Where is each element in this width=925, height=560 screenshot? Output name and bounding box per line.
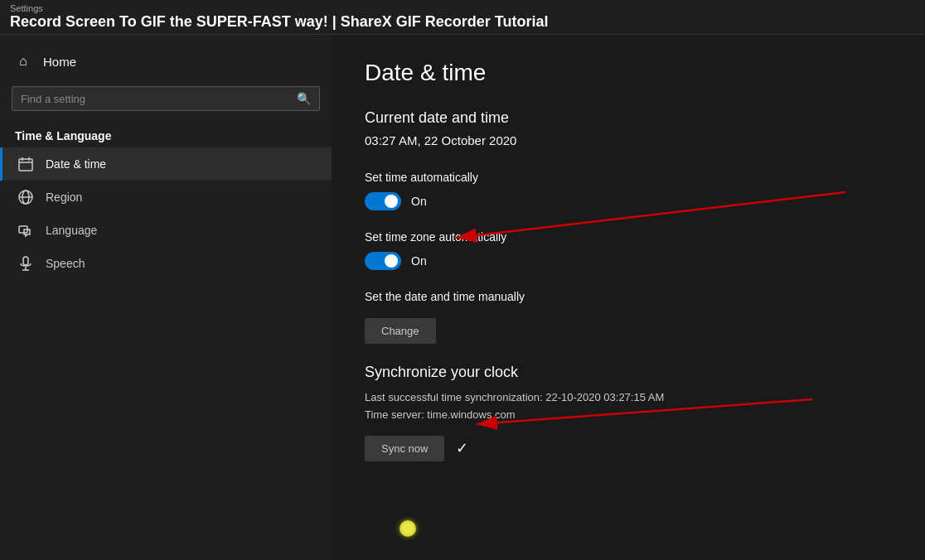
set-timezone-auto-state: On bbox=[411, 254, 427, 268]
speech-icon bbox=[17, 255, 34, 272]
svg-rect-8 bbox=[23, 257, 28, 265]
sync-clock-title: Synchronize your clock bbox=[365, 364, 892, 381]
search-icon: 🔍 bbox=[297, 92, 311, 105]
set-time-auto-toggle[interactable] bbox=[365, 192, 401, 210]
sync-info: Last successful time synchronization: 22… bbox=[365, 389, 892, 424]
sync-checkmark-icon: ✓ bbox=[456, 439, 468, 457]
cursor-indicator bbox=[400, 520, 416, 537]
set-time-auto-row: Set time automatically On bbox=[365, 171, 892, 210]
sync-info-line1: Last successful time synchronization: 22… bbox=[365, 389, 892, 407]
set-timezone-auto-toggle[interactable] bbox=[365, 252, 401, 270]
set-time-auto-state: On bbox=[411, 195, 427, 208]
sync-action-row: Sync now ✓ bbox=[365, 436, 892, 461]
svg-rect-0 bbox=[19, 159, 32, 171]
settings-label: Settings bbox=[10, 3, 915, 13]
set-time-auto-toggle-row: On bbox=[365, 192, 892, 210]
search-input[interactable] bbox=[21, 93, 297, 105]
sidebar-section-title: Time & Language bbox=[0, 119, 332, 147]
set-manual-label: Set the date and time manually bbox=[365, 290, 892, 303]
current-date-title: Current date and time bbox=[365, 109, 892, 127]
window-title: Record Screen To GIF the SUPER-FAST way!… bbox=[10, 13, 915, 31]
set-manual-row: Set the date and time manually Change bbox=[365, 290, 892, 344]
main-layout: ⌂ Home 🔍 Time & Language Date & time bbox=[0, 35, 925, 560]
home-icon: ⌂ bbox=[15, 53, 31, 70]
search-box[interactable]: 🔍 bbox=[12, 86, 320, 111]
region-icon bbox=[17, 189, 34, 205]
sync-now-button[interactable]: Sync now bbox=[365, 436, 444, 461]
page-title: Date & time bbox=[365, 60, 892, 86]
calendar-icon bbox=[17, 156, 34, 172]
sidebar-home-item[interactable]: ⌂ Home bbox=[0, 45, 332, 78]
sidebar-item-region-label: Region bbox=[46, 191, 82, 204]
sidebar: ⌂ Home 🔍 Time & Language Date & time bbox=[0, 35, 332, 560]
sync-clock-row: Synchronize your clock Last successful t… bbox=[365, 364, 892, 461]
change-button[interactable]: Change bbox=[365, 318, 436, 344]
sidebar-item-language[interactable]: Language bbox=[0, 214, 332, 247]
sidebar-item-date-time[interactable]: Date & time bbox=[0, 147, 332, 181]
current-datetime: 03:27 AM, 22 October 2020 bbox=[365, 133, 892, 147]
set-time-auto-label: Set time automatically bbox=[365, 171, 892, 184]
home-label: Home bbox=[43, 55, 76, 69]
sidebar-item-language-label: Language bbox=[46, 224, 97, 237]
content-area: Date & time Current date and time 03:27 … bbox=[332, 35, 925, 560]
sidebar-item-region[interactable]: Region bbox=[0, 181, 332, 214]
set-timezone-auto-toggle-row: On bbox=[365, 252, 892, 270]
sidebar-item-date-time-label: Date & time bbox=[46, 157, 106, 171]
set-timezone-auto-label: Set time zone automatically bbox=[365, 230, 892, 244]
set-timezone-auto-row: Set time zone automatically On bbox=[365, 230, 892, 270]
sidebar-item-speech[interactable]: Speech bbox=[0, 247, 332, 280]
top-bar: Settings Record Screen To GIF the SUPER-… bbox=[0, 0, 925, 35]
sync-info-line2: Time server: time.windows.com bbox=[365, 407, 892, 424]
sidebar-item-speech-label: Speech bbox=[46, 257, 85, 270]
language-icon bbox=[17, 222, 34, 239]
